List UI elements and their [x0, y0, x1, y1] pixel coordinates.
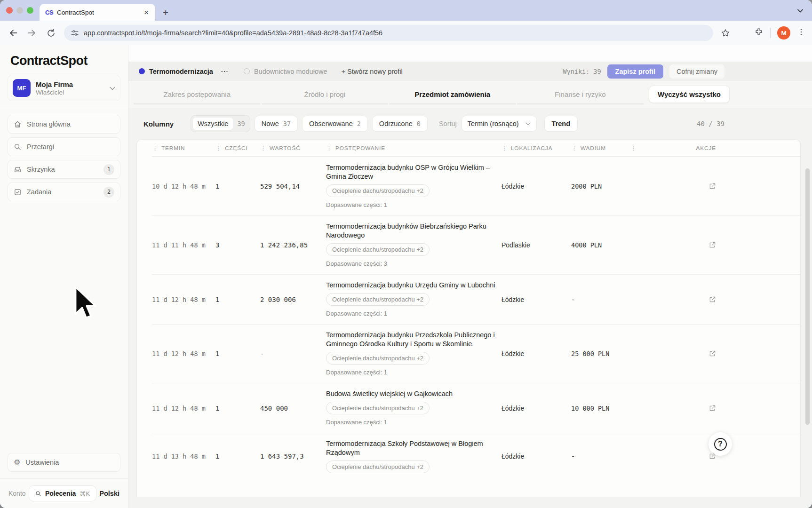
zoom-window-button[interactable] [27, 7, 33, 14]
chip-nowe[interactable]: Nowe 37 [255, 116, 298, 132]
active-profile-dot-icon [139, 68, 145, 74]
create-profile-button[interactable]: + Stwórz nowy profil [341, 68, 402, 75]
sidebar-item-label: Zadania [27, 188, 51, 196]
open-external-button[interactable] [709, 350, 716, 357]
results-count: Wyniki:39 [563, 68, 601, 75]
address-bar[interactable]: app.contractspot.io/t/moja-firma/search?… [64, 25, 713, 41]
deadline-value: 11 d 11 h 48 m [152, 241, 215, 249]
sidebar-item-strona-glowna[interactable]: Strona główna [8, 115, 120, 134]
matched-parts: Dopasowane części: 1 [326, 201, 502, 209]
location-value: Łódzkie [502, 452, 571, 460]
location-value: Podlaskie [502, 241, 571, 249]
back-button[interactable] [8, 27, 19, 39]
tab-przedmiot-zamowienia[interactable]: Przedmiot zamówienia [389, 81, 516, 108]
tab-finanse-i-ryzyko[interactable]: Finanse i ryzyko [517, 81, 644, 108]
column-menu-icon[interactable]: ⋮ [326, 145, 333, 151]
sidebar-item-przetargi[interactable]: Przetargi [8, 137, 120, 156]
sort-dropdown[interactable]: Termin (rosnąco) [462, 116, 537, 132]
extensions-icon[interactable] [754, 27, 764, 39]
organization-name: Moja Firma [36, 80, 73, 88]
matched-parts: Dopasowane części: 1 [326, 419, 502, 427]
tender-title[interactable]: Termomodernizacja budynku OSP w Grójcu W… [326, 163, 495, 181]
window-controls[interactable] [6, 7, 33, 14]
clear-all-button[interactable]: Wyczyść wszystko [649, 86, 730, 103]
chevron-down-icon [110, 84, 115, 92]
organization-switcher[interactable]: MF Moja Firma Właściciel [8, 75, 120, 101]
browser-menu-icon[interactable] [797, 28, 805, 38]
url-text[interactable]: app.contractspot.io/t/moja-firma/search?… [84, 29, 382, 37]
table-row[interactable]: 11 d 12 h 48 m 1 2 030 006 Termomoderniz… [152, 274, 800, 324]
open-external-button[interactable] [709, 241, 716, 249]
column-menu-icon[interactable]: ⋮ [571, 145, 578, 151]
table-row[interactable]: 11 d 12 h 48 m 1 - Termomodernizacja bud… [152, 324, 800, 383]
undo-changes-button[interactable]: Cofnij zmiany [669, 64, 724, 79]
chip-obserwowane[interactable]: Obserwowane 2 [302, 116, 368, 132]
trend-button[interactable]: Trend [544, 116, 578, 132]
tab-close-icon[interactable]: × [142, 8, 151, 17]
value-amount: 450 000 [260, 405, 326, 412]
reload-button[interactable] [45, 27, 56, 39]
profile-more-icon[interactable]: ⋯ [221, 67, 229, 76]
new-tab-button[interactable]: + [163, 8, 168, 17]
minimize-window-button[interactable] [16, 7, 23, 14]
table-row[interactable]: 11 d 13 h 48 m 1 1 643 597,3 Termomodern… [152, 433, 800, 479]
sidebar-item-zadania[interactable]: Zadania 2 [8, 183, 120, 201]
column-menu-icon[interactable]: ⋮ [152, 145, 159, 151]
tender-title[interactable]: Budowa świetlicy wiejskiej w Gajkowicach [326, 389, 495, 398]
tender-title[interactable]: Termomodernizacja budynku Urzędu Gminy w… [326, 281, 495, 290]
deadline-value: 11 d 12 h 48 m [152, 405, 215, 412]
table-header-row: ⋮TERMIN ⋮CZĘŚCI ⋮WARTOŚĆ ⋮POSTĘPOWANIE ⋮… [152, 140, 800, 157]
tab-zrodlo-i-progi[interactable]: Źródło i progi [262, 81, 389, 108]
columns-button[interactable]: Kolumny [143, 120, 174, 128]
results-table: ⋮TERMIN ⋮CZĘŚCI ⋮WARTOŚĆ ⋮POSTĘPOWANIE ⋮… [136, 139, 801, 497]
page-counter: 40 / 39 [697, 120, 724, 127]
chip-odrzucone[interactable]: Odrzucone 0 [372, 116, 428, 132]
table-row[interactable]: 11 d 11 h 48 m 3 1 242 236,85 Termomoder… [152, 215, 800, 274]
browser-window: CS ContractSpot × + app.contractspot.io/… [0, 0, 812, 508]
tender-title[interactable]: Termomodernizacja budynku Przedszkola Pu… [326, 331, 495, 349]
sidebar-item-label: Ustawienia [25, 459, 59, 466]
forward-button[interactable] [26, 27, 38, 39]
open-external-button[interactable] [709, 405, 716, 412]
browser-profile-avatar[interactable]: M [777, 26, 790, 40]
browser-tab[interactable]: CS ContractSpot × [40, 4, 155, 21]
tab-search-button[interactable] [794, 6, 806, 16]
command-palette-label: Polecenia [45, 490, 76, 497]
sidebar: ContractSpot MF Moja Firma Właściciel St… [0, 45, 128, 508]
tab-zakres-postepowania[interactable]: Zakres postępowania [134, 81, 261, 108]
scrollbar[interactable] [805, 168, 810, 425]
open-external-button[interactable] [709, 296, 716, 303]
chip-wszystkie[interactable]: Wszystkie 39 [191, 115, 250, 132]
value-amount: 529 504,14 [260, 183, 326, 190]
sidebar-item-ustawienia[interactable]: ⚙ Ustawienia [8, 453, 120, 472]
table-row[interactable]: 11 d 12 h 48 m 1 450 000 Budowa świetlic… [152, 383, 800, 433]
save-profile-button[interactable]: Zapisz profil [607, 64, 663, 79]
location-value: Łódzkie [502, 350, 571, 357]
site-settings-icon[interactable] [71, 29, 79, 37]
inbox-count-badge: 1 [103, 164, 114, 175]
column-menu-icon[interactable]: ⋮ [215, 145, 222, 151]
profile-budownictwo-modulowe[interactable]: Budownictwo modułowe [244, 68, 327, 75]
column-menu-icon[interactable]: ⋮ [630, 145, 637, 151]
parts-value: 1 [215, 405, 260, 412]
tender-title[interactable]: Termomodernizacja Szkoły Podstawowej w B… [326, 439, 495, 457]
close-window-button[interactable] [6, 7, 13, 14]
command-palette-button[interactable]: Polecenia ⌘K [29, 485, 96, 501]
language-selector[interactable]: Polski [99, 490, 119, 497]
search-icon [14, 143, 22, 151]
value-amount: 1 643 597,3 [260, 452, 326, 460]
tender-title[interactable]: Termomodernizacja budynków Biebrzańskieg… [326, 222, 495, 240]
account-label[interactable]: Konto [8, 490, 26, 497]
value-amount: - [260, 350, 326, 357]
category-tag: Ocieplenie dachu/stropodachu +2 [326, 460, 430, 473]
column-menu-icon[interactable]: ⋮ [502, 145, 508, 151]
help-button[interactable]: ? [709, 432, 732, 456]
open-external-button[interactable] [709, 183, 716, 190]
deadline-value: 11 d 12 h 48 m [152, 296, 215, 303]
sidebar-item-skrzynka[interactable]: Skrzynka 1 [8, 160, 120, 179]
browser-toolbar: app.contractspot.io/t/moja-firma/search?… [0, 21, 812, 45]
profile-termomodernizacja[interactable]: Termomodernizacja [139, 68, 213, 75]
bookmark-star-icon[interactable] [720, 27, 731, 39]
column-menu-icon[interactable]: ⋮ [260, 145, 267, 151]
table-row[interactable]: 10 d 12 h 48 m 1 529 504,14 Termomoderni… [152, 157, 800, 215]
